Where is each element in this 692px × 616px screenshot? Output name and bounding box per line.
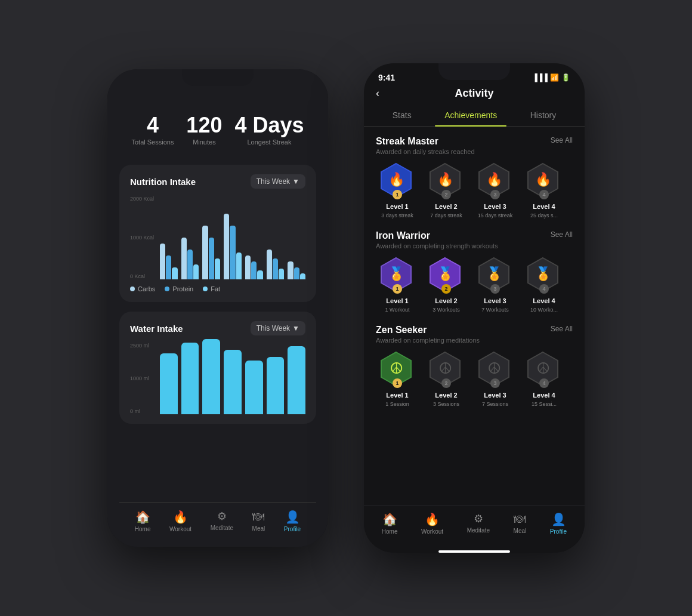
tab-history[interactable]: History	[521, 104, 566, 126]
streak-sub-3: 15 days streak	[478, 212, 513, 218]
home-label-right: Home	[382, 528, 398, 535]
home-indicator	[438, 550, 510, 553]
zen-badge-1: ☮ 1 Level 1 1 Session	[376, 351, 419, 407]
zen-badge-1-wrap: ☮ 1	[378, 351, 416, 389]
water-header: Water Intake This Week ▼	[130, 321, 305, 335]
bar-protein-4	[251, 261, 257, 279]
streak-badge-3: 🔥 3 Level 3 15 days streak	[474, 162, 517, 218]
zen-badge-2: ☮ 2 Level 2 3 Sessions	[425, 351, 468, 407]
zen-level-4: Level 4	[533, 392, 555, 399]
tab-achievements[interactable]: Achievements	[435, 104, 506, 126]
profile-label-right: Profile	[550, 528, 567, 535]
iron-badge-2-num: 2	[441, 284, 451, 294]
y-label-top: 2000 Kcal	[130, 196, 154, 202]
sessions-value: 4	[131, 115, 174, 136]
profile-label-left: Profile	[284, 526, 301, 532]
nav-workout-left[interactable]: 🔥 Workout	[169, 510, 191, 532]
workout-label-right: Workout	[421, 528, 443, 535]
section-streak-master: Streak Master Awarded on daily streaks r…	[376, 136, 573, 218]
iron-warrior-see-all[interactable]: See All	[551, 230, 573, 239]
stat-sessions: 4 Total Sessions	[131, 115, 174, 146]
left-bottom-nav: 🏠 Home 🔥 Workout ⚙ Meditate 🍽 Meal 👤 Pro…	[119, 502, 316, 547]
bar-carb-2	[202, 226, 208, 279]
bar-protein-0	[166, 255, 171, 279]
zen-icon-1: ☮	[390, 359, 403, 377]
nav-home-right[interactable]: 🏠 Home	[382, 512, 398, 535]
zen-sub-2: 3 Sessions	[433, 401, 459, 407]
zen-badge-3-num: 3	[490, 378, 500, 388]
tab-achievements-label: Achievements	[444, 110, 497, 120]
water-filter-btn[interactable]: This Week ▼	[251, 321, 305, 335]
streak-sub-4: 25 days s...	[530, 212, 558, 218]
nav-meditate-right[interactable]: ⚙ Meditate	[467, 512, 490, 535]
nutrition-legend: Carbs Protein Fat	[130, 285, 305, 292]
bar-fat-6	[300, 273, 305, 279]
nutrition-chart: 2000 Kcal 1000 Kcal 0 Kcal	[130, 196, 305, 279]
workout-icon-left: 🔥	[173, 510, 188, 524]
streak-master-see-all[interactable]: See All	[551, 136, 573, 144]
profile-icon-left: 👤	[285, 510, 300, 524]
iron-badge-4-wrap: 🏅 4	[525, 257, 563, 295]
iron-warrior-header: Iron Warrior Awarded on completing stren…	[376, 230, 573, 250]
dropdown-icon: ▼	[292, 177, 299, 186]
iron-badge-4-num: 4	[539, 284, 549, 294]
minutes-value: 120	[186, 115, 222, 136]
iron-badge-4: 🏅 4 Level 4 10 Worko...	[523, 257, 566, 313]
protein-dot	[165, 287, 169, 291]
bar-group-0	[160, 244, 178, 279]
streak-badge-1-num: 1	[393, 190, 402, 199]
water-y-mid: 1000 ml	[130, 375, 149, 381]
tab-stats-label: Stats	[393, 110, 412, 120]
bar-carb-4	[245, 255, 251, 279]
iron-warrior-info: Iron Warrior Awarded on completing stren…	[376, 230, 498, 250]
bar-fat-5	[279, 269, 284, 279]
legend-fat: Fat	[203, 285, 220, 292]
water-bar-5	[267, 357, 285, 414]
nav-meal-right[interactable]: 🍽 Meal	[514, 512, 527, 535]
activity-tabs: Stats Achievements History	[364, 104, 585, 127]
water-bar-1	[181, 343, 199, 414]
bar-protein-1	[187, 250, 193, 279]
stat-streak: 4 Days Longest Streak	[234, 115, 304, 146]
right-screen: 9:41 ▐▐▐ 📶 🔋 ‹ Activity Stats Achievemen…	[364, 63, 585, 553]
nutrition-filter-btn[interactable]: This Week ▼	[251, 174, 305, 189]
water-dropdown-icon: ▼	[292, 324, 299, 332]
bar-group-3	[224, 214, 242, 279]
nav-home-left[interactable]: 🏠 Home	[135, 510, 151, 532]
streak-icon-3: 🔥	[486, 171, 503, 187]
streak-level-4: Level 4	[533, 203, 555, 210]
stats-row: 4 Total Sessions 120 Minutes 4 Days Long…	[119, 105, 316, 155]
meal-label-right: Meal	[514, 528, 527, 534]
left-screen: 4 Total Sessions 120 Minutes 4 Days Long…	[107, 69, 328, 547]
nav-meditate-left[interactable]: ⚙ Meditate	[211, 510, 233, 532]
meditate-icon-right: ⚙	[474, 512, 483, 525]
nav-workout-right[interactable]: 🔥 Workout	[421, 512, 443, 535]
notch-right	[438, 63, 510, 80]
bar-group-6	[288, 261, 305, 279]
nutrition-title: Nutrition Intake	[130, 177, 196, 187]
nav-meal-left[interactable]: 🍽 Meal	[252, 510, 265, 532]
water-filter-label: This Week	[257, 324, 290, 332]
bar-protein-5	[273, 258, 278, 279]
iron-level-1: Level 1	[386, 297, 408, 304]
nav-profile-right[interactable]: 👤 Profile	[550, 512, 567, 535]
home-icon-right: 🏠	[382, 512, 397, 526]
iron-warrior-subtitle: Awarded on completing strength workouts	[376, 242, 498, 250]
water-y-bot: 0 ml	[130, 408, 140, 414]
fat-dot	[203, 287, 208, 291]
zen-badge-4-num: 4	[539, 378, 549, 388]
zen-seeker-see-all[interactable]: See All	[551, 325, 573, 333]
water-y-top: 2500 ml	[130, 343, 149, 349]
streak-badge-3-wrap: 🔥 3	[476, 162, 514, 201]
carbs-dot	[130, 287, 135, 291]
iron-sub-2: 3 Workouts	[432, 307, 459, 313]
bar-protein-6	[294, 267, 299, 279]
iron-badge-3-wrap: 🏅 3	[476, 257, 514, 295]
back-button[interactable]: ‹	[376, 87, 379, 100]
nav-profile-left[interactable]: 👤 Profile	[284, 510, 301, 532]
zen-seeker-info: Zen Seeker Awarded on completing meditat…	[376, 325, 480, 344]
tab-stats[interactable]: Stats	[383, 104, 421, 126]
iron-badge-3: 🏅 3 Level 3 7 Workouts	[474, 257, 517, 313]
streak-badge-1-wrap: 🔥 1	[378, 162, 416, 201]
streak-icon-1: 🔥	[388, 171, 405, 187]
